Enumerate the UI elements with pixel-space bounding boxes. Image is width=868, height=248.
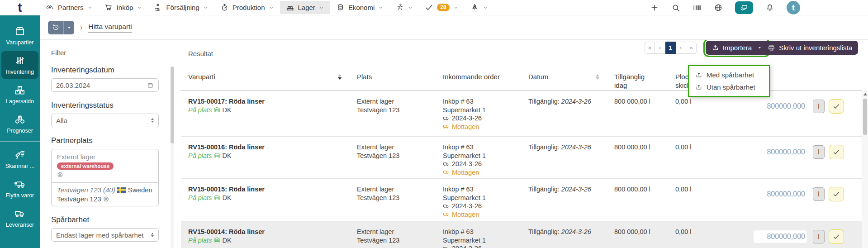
inventory-status-select[interactable]: Alla <box>51 114 159 127</box>
plus-icon[interactable] <box>650 3 659 12</box>
column-header-plats[interactable]: Plats <box>357 72 372 81</box>
nav-item-lager[interactable]: Lager <box>280 1 330 14</box>
traceability-select[interactable]: Endast lager med spårbarhet <box>51 228 159 242</box>
column-header-varuparti[interactable]: Varuparti <box>188 72 215 81</box>
nav-item-partners[interactable]: Partners <box>40 1 99 14</box>
column-header-inkommande-order[interactable]: Inkommande order <box>443 72 500 81</box>
history-split-button[interactable] <box>48 21 74 34</box>
sidebar-item-leveranser[interactable]: Leveranser <box>1 204 38 232</box>
filter-scrollbar-thumb[interactable] <box>171 67 174 143</box>
table-row[interactable]: RV15-00016: Röda linser På plats DK Exte… <box>181 137 862 179</box>
history-caret[interactable] <box>63 21 74 34</box>
counted-quantity-input[interactable] <box>754 230 807 243</box>
filter-scrollbar[interactable] <box>171 67 174 248</box>
unit-button[interactable]: l <box>813 187 825 201</box>
sidebar: Varupartier Inventering Lagersaldo Progn… <box>0 15 40 248</box>
scrollbar-up-arrow[interactable] <box>863 93 867 95</box>
history-icon <box>48 21 63 34</box>
nav-item-ekonomi[interactable]: Ekonomi <box>330 1 389 14</box>
bell-icon[interactable] <box>765 3 774 12</box>
partner-street: Testvägen 123 <box>57 195 101 203</box>
chevron-down-icon <box>319 5 324 10</box>
nav-item-rocket[interactable] <box>465 1 494 14</box>
sidebar-item-inventering[interactable]: Inventering <box>1 51 38 79</box>
menu-item-med-sparbarhet[interactable]: Med spårbarhet <box>689 69 769 81</box>
location-line: Externt lager <box>357 185 399 194</box>
sort-icon-varuparti[interactable] <box>338 74 342 80</box>
remove-filter-icon[interactable]: ⊗ <box>103 195 109 203</box>
lot-id-link[interactable]: RV15-00016: Röda linser <box>188 143 265 152</box>
import-button[interactable]: Importera <box>706 41 768 55</box>
results-panel: Resultat « ‹ 1 › » Importera Skriv ut in… <box>181 40 868 248</box>
nav-item-inkop[interactable]: Inköp <box>99 1 148 14</box>
search-icon[interactable] <box>671 3 680 12</box>
location-line: Testvägen 123 <box>357 236 399 245</box>
table-row[interactable]: RV15-00015: Röda linser På plats DK Exte… <box>181 179 862 221</box>
pagination: « ‹ 1 › » <box>645 42 697 54</box>
pagination-next[interactable]: › <box>676 42 686 54</box>
remove-filter-icon[interactable]: ⊗ <box>57 171 63 178</box>
chevron-down-icon <box>137 5 142 10</box>
sidebar-item-varupartier[interactable]: Varupartier <box>1 22 38 49</box>
chevron-down-icon <box>408 5 413 10</box>
unit-button[interactable]: l <box>813 230 825 243</box>
user-avatar[interactable]: t <box>787 1 800 14</box>
counted-quantity-input[interactable] <box>754 146 807 158</box>
counted-quantity-input[interactable] <box>754 100 807 113</box>
table-scrollbar-thumb[interactable] <box>863 99 867 135</box>
nav-item-produktion[interactable]: Produktion <box>214 1 280 14</box>
table-row[interactable]: RV15-00017: Röda linser På plats DK Exte… <box>181 91 862 137</box>
menu-item-utan-sparbarhet[interactable]: Utan spårbarhet <box>689 81 769 93</box>
pagination-page-1[interactable]: 1 <box>665 42 676 54</box>
lot-id-link[interactable]: RV15-00017: Röda linser <box>188 97 265 106</box>
pagination-prev[interactable]: ‹ <box>655 42 665 54</box>
barcode-icon[interactable] <box>693 3 702 12</box>
column-header-tillganglig-idag[interactable]: Tillgänglig idag <box>614 72 651 90</box>
order-customer: Supermarket 1 <box>443 106 486 114</box>
counted-quantity-input[interactable] <box>754 188 807 200</box>
sidebar-item-prognoser[interactable]: Prognoser <box>1 110 38 138</box>
breadcrumb-current[interactable]: Hitta varuparti <box>88 23 132 33</box>
country-code: DK <box>222 236 231 245</box>
available-date-label: Tillgänglig: <box>528 228 560 235</box>
inventory-date-input[interactable]: 26.03.2024 <box>51 78 159 92</box>
table-row[interactable]: RV15-00014: Röda linser På plats DK Exte… <box>181 221 862 248</box>
sidebar-item-flytta-varor[interactable]: Flytta varor <box>1 175 38 202</box>
chat-button[interactable] <box>735 1 753 14</box>
nav-item-runner[interactable] <box>389 1 419 14</box>
stopwatch-icon <box>220 3 229 12</box>
print-inventory-list-button[interactable]: Skriv ut inventeringslista <box>762 41 858 55</box>
globe-icon[interactable] <box>714 3 723 12</box>
cart-icon <box>104 3 113 12</box>
confirm-count-button[interactable] <box>829 229 844 244</box>
select-arrows-icon <box>151 118 154 123</box>
results-title: Resultat <box>188 50 213 57</box>
unit-button[interactable]: l <box>813 100 825 113</box>
pagination-first[interactable]: « <box>645 42 655 54</box>
nav-item-tasks[interactable]: 28 <box>419 1 464 14</box>
pagination-last[interactable]: » <box>686 42 697 54</box>
nav-item-forsaljning[interactable]: Försäljning <box>148 1 214 14</box>
available-amount: 800 000,00 l <box>614 185 650 194</box>
confirm-count-button[interactable] <box>829 145 844 159</box>
app-logo[interactable]: t <box>0 1 40 14</box>
order-date: 2024-3-26 <box>452 114 482 123</box>
sidebar-item-skannrar[interactable]: Skannrar ... <box>1 145 38 173</box>
unit-button[interactable]: l <box>813 145 825 159</box>
country-code: DK <box>222 152 231 160</box>
pick-amount: 0,00 l <box>675 143 691 152</box>
lot-id-link[interactable]: RV15-00014: Röda linser <box>188 228 265 236</box>
location-line: Externt lager <box>357 143 399 152</box>
order-customer: Supermarket 1 <box>443 236 486 245</box>
calendar-icon <box>147 82 154 89</box>
printer-icon <box>768 44 775 52</box>
confirm-count-button[interactable] <box>829 187 844 201</box>
sort-icon-datum[interactable] <box>596 74 599 80</box>
confirm-count-button[interactable] <box>829 99 844 114</box>
partner-location-entry-1: Externt lager external warehouse ⊗ <box>51 149 159 183</box>
table-scrollbar[interactable] <box>862 91 868 248</box>
lot-id-link[interactable]: RV15-00015: Röda linser <box>188 185 265 194</box>
location-line: Externt lager <box>357 228 399 236</box>
column-header-datum[interactable]: Datum <box>528 72 548 81</box>
sidebar-item-lagersaldo[interactable]: Lagersaldo <box>1 81 38 108</box>
